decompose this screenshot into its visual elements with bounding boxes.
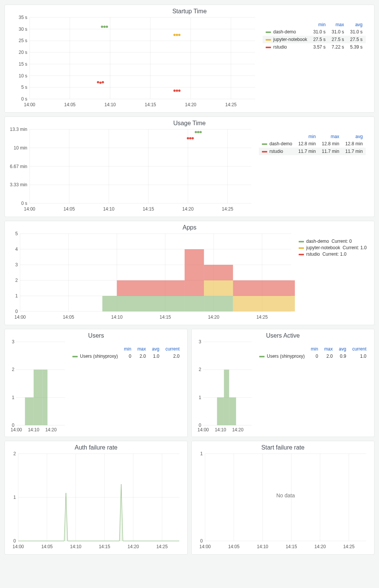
- users-active-panel: Users Active 012314:0014:1014:20 minmaxa…: [191, 329, 374, 437]
- svg-text:1: 1: [200, 452, 203, 456]
- svg-point-28: [101, 26, 103, 28]
- svg-text:14:20: 14:20: [315, 544, 326, 549]
- svg-rect-93: [117, 296, 185, 311]
- svg-text:14:10: 14:10: [28, 427, 39, 432]
- svg-rect-100: [204, 265, 233, 280]
- auth-failure-chart[interactable]: 01214:0014:0514:1014:1514:2014:25: [9, 452, 183, 550]
- panel-title: Auth failure rate: [5, 441, 187, 452]
- svg-text:14:25: 14:25: [343, 544, 354, 549]
- svg-text:14:00: 14:00: [14, 314, 26, 320]
- panel-title: Users Active: [192, 329, 374, 340]
- panel-title: Users: [5, 329, 187, 340]
- svg-text:5 s: 5 s: [21, 85, 27, 90]
- svg-rect-129: [217, 398, 224, 425]
- svg-text:No data: No data: [276, 492, 295, 498]
- panel-title: Startup Time: [5, 5, 374, 16]
- svg-text:14:05: 14:05: [63, 314, 74, 320]
- svg-text:0: 0: [13, 538, 16, 544]
- svg-point-29: [103, 26, 106, 28]
- svg-rect-115: [34, 369, 37, 425]
- start-failure-panel: Start failure rate 0114:0014:0514:1014:1…: [191, 441, 374, 555]
- svg-text:14:25: 14:25: [222, 206, 233, 212]
- svg-text:3: 3: [12, 340, 14, 344]
- svg-rect-130: [224, 369, 229, 425]
- svg-text:0: 0: [15, 309, 18, 314]
- svg-text:14:20: 14:20: [45, 427, 56, 432]
- svg-text:10 min: 10 min: [14, 145, 27, 151]
- svg-text:1: 1: [12, 395, 14, 400]
- panel-title: Apps: [5, 221, 374, 232]
- svg-text:14:00: 14:00: [13, 544, 24, 549]
- svg-text:1: 1: [15, 293, 18, 299]
- users-panel: Users 012314:0014:1014:20 minmaxavgcurre…: [5, 329, 188, 437]
- svg-text:14:00: 14:00: [197, 427, 209, 432]
- panel-title: Usage Time: [5, 117, 374, 127]
- svg-rect-92: [102, 296, 117, 311]
- svg-text:2: 2: [15, 278, 18, 283]
- svg-text:0 s: 0 s: [21, 201, 27, 206]
- svg-text:14:10: 14:10: [257, 544, 268, 549]
- svg-rect-101: [233, 296, 295, 311]
- svg-text:14:05: 14:05: [64, 102, 75, 107]
- svg-rect-117: [42, 369, 48, 425]
- svg-point-36: [102, 81, 104, 83]
- apps-chart[interactable]: 01234514:0014:0514:1014:1514:2014:25: [9, 232, 295, 321]
- svg-text:14:10: 14:10: [103, 206, 114, 212]
- svg-text:1: 1: [199, 395, 201, 400]
- svg-text:14:25: 14:25: [156, 544, 168, 549]
- svg-rect-116: [37, 369, 42, 425]
- svg-point-65: [187, 137, 189, 139]
- apps-panel: Apps 01234514:0014:0514:1014:1514:2014:2…: [5, 221, 374, 325]
- svg-text:14:05: 14:05: [228, 544, 240, 549]
- svg-point-63: [197, 131, 199, 133]
- svg-text:14:10: 14:10: [104, 102, 116, 107]
- svg-text:25 s: 25 s: [19, 38, 27, 43]
- svg-text:3.33 min: 3.33 min: [10, 182, 27, 187]
- svg-text:5: 5: [15, 232, 18, 236]
- svg-text:14:15: 14:15: [160, 314, 171, 320]
- svg-point-66: [189, 137, 191, 139]
- svg-text:14:05: 14:05: [41, 544, 53, 549]
- svg-text:14:00: 14:00: [24, 206, 35, 212]
- svg-text:2: 2: [199, 367, 201, 372]
- svg-text:14:10: 14:10: [111, 314, 122, 320]
- svg-text:10 s: 10 s: [19, 73, 27, 79]
- startup-chart[interactable]: 0 s5 s10 s15 s20 s25 s30 s35 s14:0014:05…: [9, 16, 259, 108]
- svg-point-64: [199, 131, 202, 133]
- svg-point-62: [195, 131, 197, 133]
- usage-chart[interactable]: 0 s3.33 min6.67 min10 min13.3 min14:0014…: [9, 127, 255, 213]
- svg-text:14:25: 14:25: [225, 102, 236, 107]
- svg-rect-114: [25, 398, 34, 425]
- svg-rect-98: [204, 296, 233, 311]
- svg-text:0 s: 0 s: [21, 96, 27, 102]
- panel-title: Start failure rate: [192, 441, 374, 452]
- svg-text:1: 1: [13, 495, 16, 500]
- svg-point-33: [178, 34, 180, 36]
- svg-text:14:15: 14:15: [286, 544, 297, 549]
- svg-text:14:20: 14:20: [185, 102, 196, 107]
- start-failure-chart[interactable]: 0114:0014:0514:1014:1514:2014:25No data: [196, 452, 370, 550]
- apps-legend: dash-demo Current: 0jupyter-notebook Cur…: [299, 239, 370, 257]
- svg-text:14:15: 14:15: [145, 102, 156, 107]
- svg-text:14:10: 14:10: [215, 427, 226, 432]
- svg-point-37: [174, 90, 176, 92]
- svg-point-31: [174, 34, 176, 36]
- svg-text:14:20: 14:20: [128, 544, 139, 549]
- svg-text:14:10: 14:10: [70, 544, 81, 549]
- svg-text:14:25: 14:25: [256, 314, 268, 320]
- usage-legend-table: minmaxavg dash-demo12.8 min12.8 min12.8 …: [259, 133, 366, 155]
- svg-rect-99: [204, 280, 233, 296]
- svg-text:14:20: 14:20: [232, 427, 243, 432]
- svg-rect-95: [185, 296, 204, 311]
- svg-text:3: 3: [15, 262, 18, 267]
- users-legend: minmaxavgcurrent Users (shinyproxy)02.01…: [69, 346, 183, 360]
- svg-point-67: [191, 137, 194, 139]
- svg-rect-96: [185, 265, 204, 296]
- users-chart[interactable]: 012314:0014:1014:20: [9, 340, 66, 433]
- startup-legend-table: minmaxavg dash-demo31.0 s31.0 s31.0 sjup…: [263, 21, 366, 51]
- users-active-chart[interactable]: 012314:0014:1014:20: [196, 340, 252, 433]
- svg-rect-94: [117, 280, 185, 296]
- svg-point-38: [176, 90, 178, 92]
- svg-text:15 s: 15 s: [19, 61, 27, 67]
- svg-text:3: 3: [199, 340, 201, 344]
